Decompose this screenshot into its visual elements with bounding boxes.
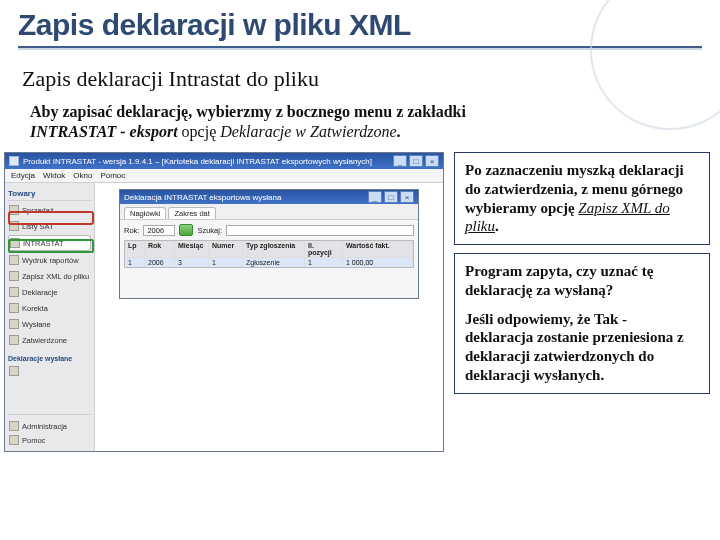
intro-src: INTRASTAT - eksport xyxy=(30,123,178,140)
callout-box: Program zapyta, czy uznać tę deklarację … xyxy=(454,253,710,394)
year-field[interactable]: 2006 xyxy=(143,225,175,236)
close-button[interactable]: × xyxy=(425,155,439,167)
sidebar-item[interactable]: Korekta xyxy=(8,301,91,315)
sidebar-item[interactable]: Wydruk raportów xyxy=(8,253,91,267)
inner-window-title: Deklaracja INTRASTAT eksportowa wysłana xyxy=(124,193,281,202)
callout-column: Po zaznaczeniu myszką deklaracji do zatw… xyxy=(454,152,710,452)
inner-window-titlebar[interactable]: Deklaracja INTRASTAT eksportowa wysłana … xyxy=(120,190,418,204)
grid-header: Lp Rok Miesiąc Numer Typ zgłoszenia Il. … xyxy=(125,241,413,257)
data-grid[interactable]: Lp Rok Miesiąc Numer Typ zgłoszenia Il. … xyxy=(124,240,414,268)
print-icon xyxy=(9,255,19,265)
window-title: Produkt INTRASTAT - wersja 1.9.4.1 – [Ka… xyxy=(23,157,372,166)
sidebar-item[interactable]: Deklaracje xyxy=(8,285,91,299)
tab[interactable]: Nagłówki xyxy=(124,207,166,219)
sidebar-footer: Administracja Pomoc xyxy=(8,414,91,447)
spacer xyxy=(465,300,699,310)
slide: Zapis deklaracji w pliku XML Zapis dekla… xyxy=(0,0,720,540)
menu-item[interactable]: Edycja xyxy=(11,171,35,180)
menu-bar[interactable]: Edycja Widok Okno Pomoc xyxy=(5,169,443,183)
folder-icon xyxy=(9,335,19,345)
sidebar-item[interactable]: Zatwierdzone xyxy=(8,333,91,347)
intro-line1: Aby zapisać deklarację, wybierzmy z bocz… xyxy=(30,103,466,120)
tab[interactable]: Zakres dat xyxy=(168,207,215,219)
callout-box: Po zaznaczeniu myszką deklaracji do zatw… xyxy=(454,152,710,245)
sidebar-item-save-xml[interactable]: Zapisz XML do pliku xyxy=(8,269,91,283)
highlight-save-xml xyxy=(8,239,94,253)
intro-mid: opcję xyxy=(182,123,221,140)
inner-window: Deklaracja INTRASTAT eksportowa wysłana … xyxy=(119,189,419,299)
callout-text: Program zapyta, czy uznać tę deklarację … xyxy=(465,263,653,298)
main-pane: Deklaracja INTRASTAT eksportowa wysłana … xyxy=(95,183,443,451)
help-icon xyxy=(9,435,19,445)
intro-dot: . xyxy=(397,123,401,140)
minimize-button[interactable]: _ xyxy=(393,155,407,167)
sidebar-item[interactable] xyxy=(8,364,91,378)
menu-item[interactable]: Pomoc xyxy=(100,171,125,180)
window-titlebar[interactable]: Produkt INTRASTAT - wersja 1.9.4.1 – [Ka… xyxy=(5,153,443,169)
sidebar-item[interactable]: Pomoc xyxy=(8,433,91,447)
folder-icon xyxy=(9,303,19,313)
close-button[interactable]: × xyxy=(400,191,414,203)
intro-opt: Deklaracje w Zatwierdzone xyxy=(220,123,396,140)
search-label: Szukaj: xyxy=(197,226,222,235)
maximize-button[interactable]: □ xyxy=(384,191,398,203)
app-window: Produkt INTRASTAT - wersja 1.9.4.1 – [Ka… xyxy=(4,152,444,452)
minimize-button[interactable]: _ xyxy=(368,191,382,203)
tab-bar: Nagłówki Zakres dat xyxy=(120,204,418,220)
folder-icon xyxy=(9,319,19,329)
maximize-button[interactable]: □ xyxy=(409,155,423,167)
filter-row: Rok: 2006 Szukaj: xyxy=(120,220,418,240)
menu-item[interactable]: Widok xyxy=(43,171,65,180)
apply-button[interactable] xyxy=(179,224,193,236)
search-field[interactable] xyxy=(226,225,414,236)
sidebar-item[interactable]: Wysłane xyxy=(8,317,91,331)
year-label: Rok: xyxy=(124,226,139,235)
sidebar-group-label: Deklaracje wysłane xyxy=(8,355,91,362)
callout-text: Jeśli odpowiemy, że Tak - deklaracja zos… xyxy=(465,311,684,383)
save-icon xyxy=(9,271,19,281)
sidebar-heading: Towary xyxy=(8,187,91,201)
folder-icon xyxy=(9,366,19,376)
folder-icon xyxy=(9,287,19,297)
app-icon xyxy=(9,156,19,166)
content-row: Produkt INTRASTAT - wersja 1.9.4.1 – [Ka… xyxy=(0,146,720,452)
table-row[interactable]: 1 2006 3 1 Zgłoszenie 1 1 000,00 xyxy=(125,257,413,267)
sidebar-item[interactable]: Administracja xyxy=(8,419,91,433)
menu-item[interactable]: Okno xyxy=(73,171,92,180)
gear-icon xyxy=(9,421,19,431)
highlight-intrastat xyxy=(8,211,94,225)
window-buttons: _ □ × xyxy=(393,155,439,167)
